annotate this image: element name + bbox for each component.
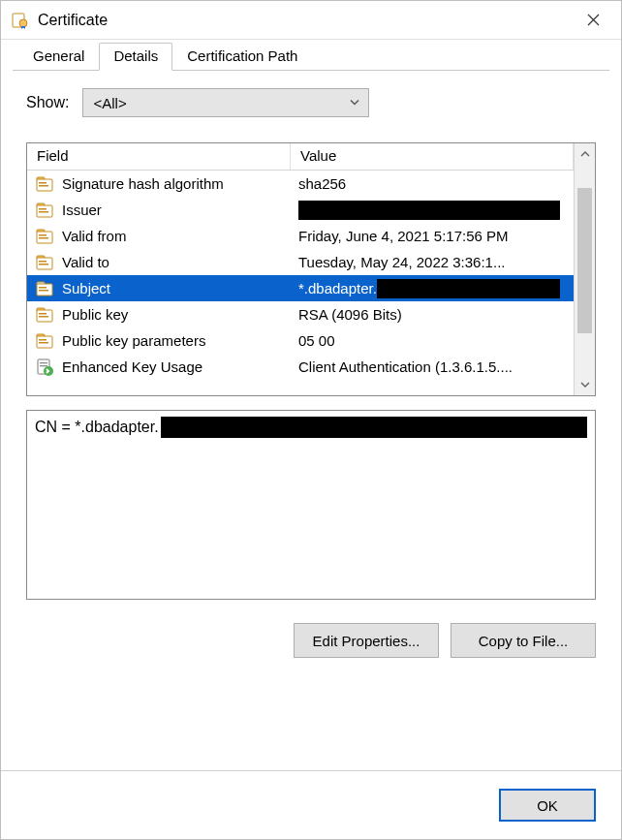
svg-rect-9 xyxy=(39,211,48,213)
svg-rect-5 xyxy=(39,185,48,187)
column-header-value[interactable]: Value xyxy=(291,143,574,170)
vertical-scrollbar[interactable] xyxy=(574,143,595,395)
table-row[interactable]: Subject*.dbadapter. xyxy=(27,275,574,301)
details-button-row: Edit Properties... Copy to File... xyxy=(26,623,596,658)
value-cell: *.dbadapter. xyxy=(291,279,574,298)
svg-rect-21 xyxy=(39,290,48,292)
svg-rect-31 xyxy=(40,362,47,363)
value-label: Tuesday, May 24, 2022 3:36:1... xyxy=(298,254,505,270)
field-label: Subject xyxy=(62,280,110,296)
show-row: Show: <All> xyxy=(26,88,596,117)
field-cell: Public key xyxy=(27,305,291,325)
value-label: sha256 xyxy=(298,175,346,192)
svg-rect-4 xyxy=(39,182,47,184)
column-header-field[interactable]: Field xyxy=(27,143,291,170)
scroll-up-icon[interactable] xyxy=(575,143,596,165)
field-cell: Public key parameters xyxy=(27,331,291,351)
svg-rect-32 xyxy=(40,365,47,366)
value-cell xyxy=(291,201,574,220)
field-label: Issuer xyxy=(62,202,102,218)
field-label: Public key xyxy=(62,306,128,323)
chevron-down-icon xyxy=(349,95,360,111)
redacted-block xyxy=(377,279,560,298)
field-label: Enhanced Key Usage xyxy=(62,358,202,375)
certificate-icon xyxy=(11,11,30,30)
value-label: Client Authentication (1.3.6.1.5.... xyxy=(298,358,513,375)
copy-to-file-button[interactable]: Copy to File... xyxy=(451,623,596,658)
scroll-track[interactable] xyxy=(575,165,595,374)
tab-content-details: Show: <All> Field Value Signature hash a… xyxy=(1,71,621,770)
fields-listview[interactable]: Field Value Signature hash algorithmsha2… xyxy=(26,142,596,396)
dialog-footer: OK xyxy=(1,770,621,839)
value-cell: 05 00 xyxy=(291,332,574,349)
show-selected-value: <All> xyxy=(93,95,126,111)
tabstrip: General Details Certification Path xyxy=(1,40,621,71)
table-row[interactable]: Public keyRSA (4096 Bits) xyxy=(27,301,574,327)
value-label: 05 00 xyxy=(298,332,335,349)
show-dropdown[interactable]: <All> xyxy=(82,88,369,117)
svg-rect-29 xyxy=(39,342,48,344)
field-cell: Enhanced Key Usage xyxy=(27,358,291,377)
value-label: *.dbadapter. xyxy=(298,280,377,296)
window-title: Certificate xyxy=(38,12,571,29)
svg-rect-13 xyxy=(39,237,48,239)
tab-certification-path[interactable]: Certification Path xyxy=(172,43,312,71)
value-cell: sha256 xyxy=(291,175,574,192)
svg-rect-24 xyxy=(39,313,47,315)
scroll-down-icon[interactable] xyxy=(575,374,596,395)
field-detail-text: CN = *.dbadapter. xyxy=(35,419,159,436)
svg-rect-20 xyxy=(39,287,47,289)
value-cell: Friday, June 4, 2021 5:17:56 PM xyxy=(291,228,574,244)
tab-general[interactable]: General xyxy=(18,43,99,71)
redacted-block xyxy=(298,201,560,220)
close-icon xyxy=(587,14,600,26)
field-cell: Subject xyxy=(27,279,291,298)
close-button[interactable] xyxy=(571,1,615,40)
table-row[interactable]: Issuer xyxy=(27,197,574,223)
table-row[interactable]: Signature hash algorithmsha256 xyxy=(27,171,574,197)
field-label: Public key parameters xyxy=(62,332,205,349)
show-label: Show: xyxy=(26,94,69,111)
field-cell: Signature hash algorithm xyxy=(27,174,291,194)
value-cell: RSA (4096 Bits) xyxy=(291,306,574,323)
svg-rect-25 xyxy=(39,316,48,318)
svg-point-1 xyxy=(19,19,27,27)
field-cell: Valid to xyxy=(27,253,291,272)
tab-details[interactable]: Details xyxy=(99,43,172,71)
svg-rect-12 xyxy=(39,234,47,236)
titlebar: Certificate xyxy=(1,1,621,40)
listview-header: Field Value xyxy=(27,143,574,171)
scroll-thumb[interactable] xyxy=(577,188,592,333)
value-label: Friday, June 4, 2021 5:17:56 PM xyxy=(298,228,509,244)
value-label: RSA (4096 Bits) xyxy=(298,306,402,323)
field-cell: Issuer xyxy=(27,201,291,220)
svg-rect-17 xyxy=(39,264,48,265)
table-row[interactable]: Enhanced Key UsageClient Authentication … xyxy=(27,354,574,380)
table-row[interactable]: Public key parameters05 00 xyxy=(27,327,574,354)
field-label: Valid to xyxy=(62,254,109,270)
field-detail-pane[interactable]: CN = *.dbadapter. xyxy=(26,410,596,600)
value-cell: Tuesday, May 24, 2022 3:36:1... xyxy=(291,254,574,270)
field-label: Valid from xyxy=(62,228,126,244)
svg-rect-8 xyxy=(39,208,47,210)
field-label: Signature hash algorithm xyxy=(62,175,224,192)
svg-rect-28 xyxy=(39,339,47,341)
table-row[interactable]: Valid toTuesday, May 24, 2022 3:36:1... xyxy=(27,249,574,275)
value-cell: Client Authentication (1.3.6.1.5.... xyxy=(291,358,574,375)
table-row[interactable]: Valid fromFriday, June 4, 2021 5:17:56 P… xyxy=(27,223,574,249)
edit-properties-button[interactable]: Edit Properties... xyxy=(294,623,439,658)
svg-rect-16 xyxy=(39,261,47,263)
ok-button[interactable]: OK xyxy=(499,789,596,822)
field-cell: Valid from xyxy=(27,227,291,246)
certificate-dialog: Certificate General Details Certificatio… xyxy=(0,0,622,840)
redacted-block xyxy=(161,417,587,438)
